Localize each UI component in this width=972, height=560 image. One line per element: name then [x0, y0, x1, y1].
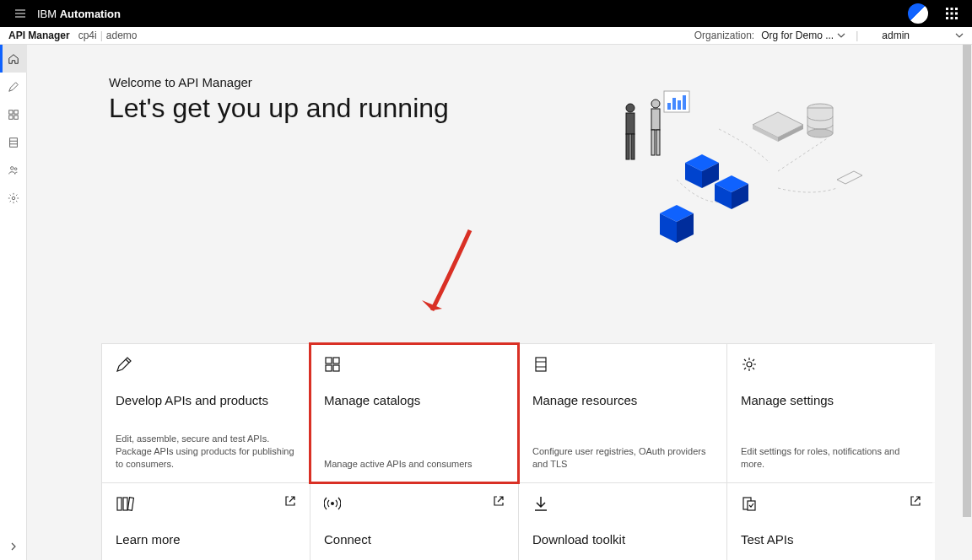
chevron-right-icon: [9, 542, 18, 551]
nav-settings[interactable]: [0, 184, 27, 212]
launch-icon: [284, 495, 296, 507]
svg-rect-51: [536, 358, 546, 371]
breadcrumb-sep: |: [100, 30, 103, 41]
org-dropdown[interactable]: Org for Demo ...: [761, 30, 834, 41]
scrollbar-thumb[interactable]: [963, 45, 971, 517]
card-title: Learn more: [116, 532, 296, 547]
card-test-apis[interactable]: Test APIs Generate tests automatically t…: [727, 483, 935, 560]
card-title: Manage resources: [532, 393, 713, 407]
nav-expand-button[interactable]: [0, 533, 27, 560]
pen-icon: [116, 356, 296, 373]
avatar[interactable]: [908, 3, 928, 24]
svg-rect-2: [955, 8, 958, 10]
breadcrumb-1[interactable]: cp4i: [78, 30, 97, 41]
chevron-down-icon[interactable]: [955, 33, 964, 38]
card-develop-apis[interactable]: Develop APIs and products Edit, assemble…: [102, 344, 310, 482]
nav-catalogs[interactable]: [0, 100, 27, 128]
svg-marker-46: [422, 300, 442, 310]
nav-develop[interactable]: [0, 73, 27, 100]
db-icon: [532, 356, 713, 373]
grid-icon: [324, 356, 505, 373]
card-desc: Manage active APIs and consumers: [324, 458, 505, 471]
svg-point-22: [807, 129, 833, 137]
card-desc: Configure user registries, OAuth provide…: [532, 445, 713, 471]
global-header: IBM Automation: [0, 0, 972, 27]
svg-rect-38: [651, 109, 660, 130]
svg-rect-4: [951, 13, 953, 15]
home-icon: [8, 53, 19, 65]
left-nav: [0, 45, 27, 560]
card-manage-catalogs[interactable]: Manage catalogs Manage active APIs and c…: [310, 344, 518, 482]
chevron-down-icon[interactable]: [837, 33, 845, 38]
menu-button[interactable]: [7, 0, 34, 27]
svg-rect-6: [946, 17, 948, 19]
svg-rect-40: [656, 130, 660, 155]
nav-home[interactable]: [0, 45, 27, 73]
launch-icon: [493, 495, 505, 507]
svg-marker-23: [837, 171, 862, 184]
test-icon: [741, 495, 921, 512]
svg-point-37: [651, 100, 660, 108]
svg-rect-8: [955, 17, 958, 19]
brand-prefix: IBM: [37, 8, 60, 20]
scrollbar-track[interactable]: [962, 45, 972, 560]
books-icon: [116, 495, 296, 512]
svg-rect-43: [672, 98, 676, 110]
svg-rect-50: [333, 365, 339, 371]
card-desc: Edit settings for roles, notifications a…: [741, 445, 921, 471]
card-manage-resources[interactable]: Manage resources Configure user registri…: [519, 344, 726, 482]
svg-rect-42: [667, 103, 671, 110]
svg-rect-47: [326, 358, 332, 363]
svg-rect-39: [651, 130, 655, 155]
people-icon: [8, 164, 19, 176]
card-title: Test APIs: [741, 532, 921, 547]
brand-name: Automation: [60, 8, 121, 20]
svg-rect-10: [14, 110, 18, 113]
hero-illustration: [584, 78, 871, 247]
card-connect[interactable]: Connect Find expert answers in the API C…: [310, 483, 518, 560]
svg-rect-5: [955, 13, 958, 15]
sub-header: API Manager cp4i | ademo Organization: O…: [0, 27, 972, 45]
nav-members[interactable]: [0, 156, 27, 184]
svg-rect-1: [951, 8, 953, 10]
svg-rect-48: [333, 358, 339, 363]
svg-rect-55: [127, 498, 133, 511]
card-download-toolkit[interactable]: Download toolkit Download toolkit and cr…: [519, 483, 726, 560]
cards-grid: Develop APIs and products Edit, assemble…: [101, 343, 932, 560]
svg-rect-44: [678, 100, 681, 110]
breadcrumb-2[interactable]: ademo: [106, 30, 138, 41]
svg-rect-13: [10, 137, 18, 147]
brand-label: IBM Automation: [37, 8, 121, 20]
card-title: Manage settings: [741, 393, 921, 407]
card-title: Develop APIs and products: [116, 393, 296, 407]
svg-rect-11: [9, 115, 13, 118]
card-desc: Edit, assemble, secure and test APIs. Pa…: [116, 433, 296, 471]
svg-rect-3: [946, 13, 948, 15]
svg-rect-36: [631, 134, 634, 159]
gear-icon: [8, 192, 19, 204]
user-dropdown[interactable]: admin: [882, 30, 910, 41]
svg-point-52: [747, 362, 752, 367]
card-title: Manage catalogs: [324, 393, 505, 407]
app-switcher-icon: [945, 7, 958, 20]
svg-marker-17: [753, 112, 803, 137]
svg-point-14: [11, 166, 14, 170]
svg-rect-45: [683, 95, 686, 110]
svg-rect-9: [9, 110, 13, 113]
download-icon: [532, 495, 713, 512]
svg-rect-7: [951, 17, 953, 19]
hamburger-icon: [14, 7, 27, 20]
hero-section: Welcome to API Manager Let's get you up …: [27, 45, 972, 298]
divider: |: [856, 30, 858, 41]
svg-rect-49: [326, 365, 332, 371]
app-switcher-button[interactable]: [938, 0, 965, 27]
card-manage-settings[interactable]: Manage settings Edit settings for roles,…: [727, 344, 935, 482]
card-learn-more[interactable]: Learn more Documentation and tutorials w…: [102, 483, 310, 560]
pen-icon: [8, 81, 19, 93]
svg-rect-35: [626, 134, 629, 159]
db-icon: [8, 137, 19, 148]
svg-point-33: [626, 104, 634, 112]
nav-resources[interactable]: [0, 128, 27, 156]
card-title: Download toolkit: [532, 532, 713, 547]
page-title: API Manager: [8, 30, 70, 41]
